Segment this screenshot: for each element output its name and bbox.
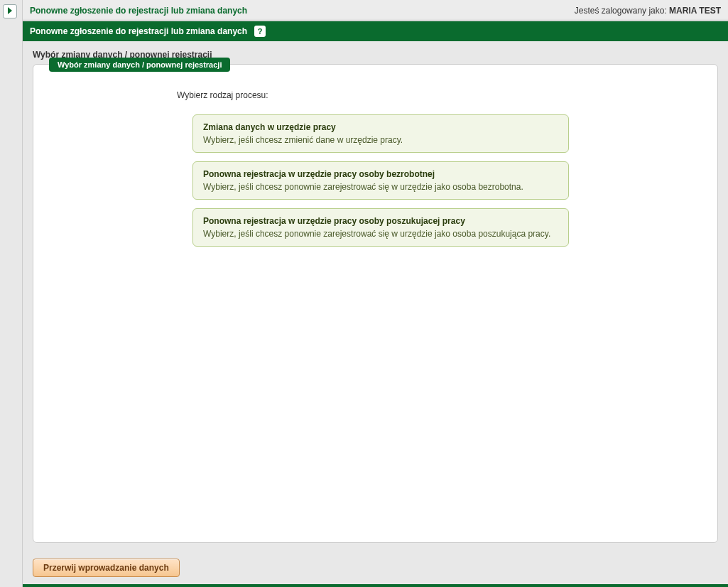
option-desc: Wybierz, jeśli chcesz ponownie zarejestr… xyxy=(203,229,558,239)
panel-area: Wybór zmiany danych / ponownej rejestrac… xyxy=(23,64,728,553)
option-title: Ponowna rejestracja w urzędzie pracy oso… xyxy=(203,169,558,179)
option-title: Zmiana danych w urzędzie pracy xyxy=(203,122,558,132)
login-prefix: Jesteś zalogowany jako: xyxy=(575,6,669,16)
option-desc: Wybierz, jeśli chcesz zmienić dane w urz… xyxy=(203,135,558,145)
option-change-data[interactable]: Zmiana danych w urzędzie pracy Wybierz, … xyxy=(192,114,569,153)
bottom-strip xyxy=(23,584,728,587)
process-options: Zmiana danych w urzędzie pracy Wybierz, … xyxy=(192,114,569,247)
app-shell: Ponowne zgłoszenie do rejestracji lub zm… xyxy=(0,0,728,587)
content-wrap: Ponowne zgłoszenie do rejestracji lub zm… xyxy=(23,21,728,587)
panel-title: Wybór zmiany danych / ponownej rejestrac… xyxy=(49,58,230,72)
option-reregister-unemployed[interactable]: Ponowna rejestracja w urzędzie pracy oso… xyxy=(192,161,569,200)
login-user: MARIA TEST xyxy=(669,6,721,16)
expand-sidebar-button[interactable] xyxy=(3,4,17,18)
topbar: Ponowne zgłoszenie do rejestracji lub zm… xyxy=(23,0,728,21)
footer-bar: Przerwij wprowadzanie danych xyxy=(23,553,728,584)
login-info: Jesteś zalogowany jako: MARIA TEST xyxy=(575,6,721,16)
breadcrumb: Ponowne zgłoszenie do rejestracji lub zm… xyxy=(30,6,247,16)
option-reregister-jobseeker[interactable]: Ponowna rejestracja w urzędzie pracy oso… xyxy=(192,208,569,247)
option-title: Ponowna rejestracja w urzędzie pracy oso… xyxy=(203,216,558,226)
option-desc: Wybierz, jeśli chcesz ponownie zarejestr… xyxy=(203,182,558,192)
selection-panel: Wybór zmiany danych / ponownej rejestrac… xyxy=(33,64,718,543)
help-icon[interactable]: ? xyxy=(254,26,266,37)
process-label: Wybierz rodzaj procesu: xyxy=(177,90,700,100)
left-rail xyxy=(0,0,23,587)
page-title: Ponowne zgłoszenie do rejestracji lub zm… xyxy=(30,26,247,36)
main-area: Ponowne zgłoszenie do rejestracji lub zm… xyxy=(23,0,728,587)
arrow-right-icon xyxy=(6,7,13,16)
page-title-bar: Ponowne zgłoszenie do rejestracji lub zm… xyxy=(23,21,728,41)
cancel-button[interactable]: Przerwij wprowadzanie danych xyxy=(33,559,180,577)
